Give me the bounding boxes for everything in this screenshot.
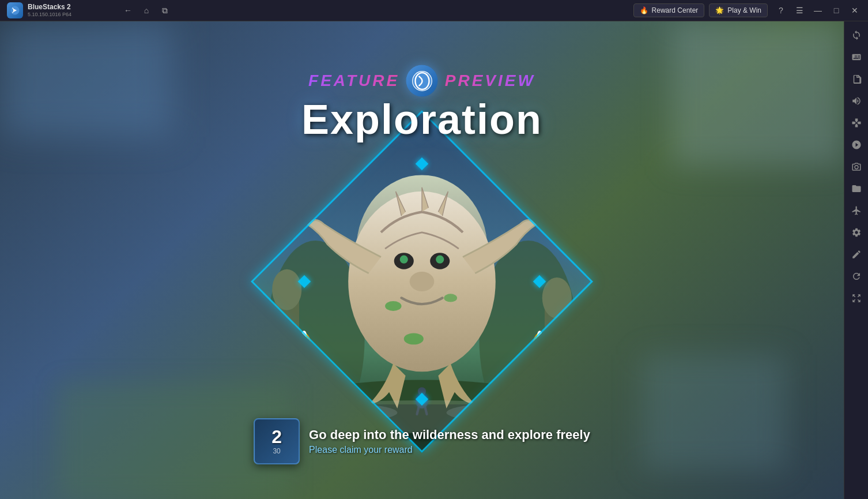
tabs-button[interactable]: ⧉ [157,2,173,18]
info-sub-text: Please claim your reward [309,445,590,455]
bluestacks-logo [7,2,23,18]
keyboard-icon[interactable] [846,47,867,67]
svg-rect-27 [537,347,543,380]
badge-number: 2 [271,427,282,446]
settings-icon[interactable] [846,222,867,243]
airplane-icon[interactable] [846,200,867,221]
feature-preview-header: Feature Preview [308,72,535,90]
folder-icon[interactable] [846,178,867,199]
volume-icon[interactable] [846,91,867,111]
home-button[interactable]: ⌂ [138,2,154,18]
titlebar-left: BlueStacks 2 5.10.150.1016 P64 [0,2,115,18]
screenshot-icon[interactable] [846,156,867,177]
titlebar-right: 🔥 Reward Center 🌟 Play & Win ? ☰ — □ ✕ [633,2,868,19]
expand-icon[interactable] [846,288,867,309]
diamond-container [255,114,589,449]
edit-icon[interactable] [846,244,867,265]
diamond-frame [255,114,589,449]
apk-icon[interactable] [846,134,867,155]
photo-icon[interactable] [846,69,867,89]
reward-fire-icon: 🔥 [640,6,648,14]
reward-badge: 2 30 [254,418,300,464]
gamepad-icon[interactable] [846,112,867,133]
app-name: BlueStacks 2 5.10.150.1016 P64 [28,3,71,17]
help-button[interactable]: ? [772,2,790,19]
back-button[interactable]: ← [120,2,136,18]
play-win-button[interactable]: 🌟 Play & Win [709,3,768,17]
exploration-title: Exploration [301,96,542,143]
reward-center-label: Reward Center [652,6,699,14]
titlebar-controls: ? ☰ — □ ✕ [772,2,863,19]
info-main-text: Go deep into the wilderness and explore … [309,427,590,442]
play-win-label: Play & Win [727,6,761,14]
play-win-star-icon: 🌟 [715,6,724,14]
info-text-block: Go deep into the wilderness and explore … [309,427,590,455]
minimize-button[interactable]: — [809,2,827,19]
sidebar-right [844,21,868,499]
refresh-icon[interactable] [846,266,867,287]
app-title: BlueStacks 2 [28,3,71,11]
svg-rect-23 [301,347,307,380]
info-bar: 2 30 Go deep into the wilderness and exp… [254,418,590,464]
menu-button[interactable]: ☰ [791,2,808,19]
reward-center-button[interactable]: 🔥 Reward Center [633,3,705,17]
rotate-icon[interactable] [846,25,867,46]
app-version: 5.10.150.1016 P64 [28,12,71,18]
titlebar-nav: ← ⌂ ⧉ [115,2,178,18]
badge-sub: 30 [273,447,280,455]
maximize-button[interactable]: □ [828,2,845,19]
titlebar: BlueStacks 2 5.10.150.1016 P64 ← ⌂ ⧉ 🔥 R… [0,0,868,21]
close-button[interactable]: ✕ [846,2,863,19]
center-bluestacks-logo [406,65,438,97]
main-content: Feature Preview Exploration [0,21,844,499]
